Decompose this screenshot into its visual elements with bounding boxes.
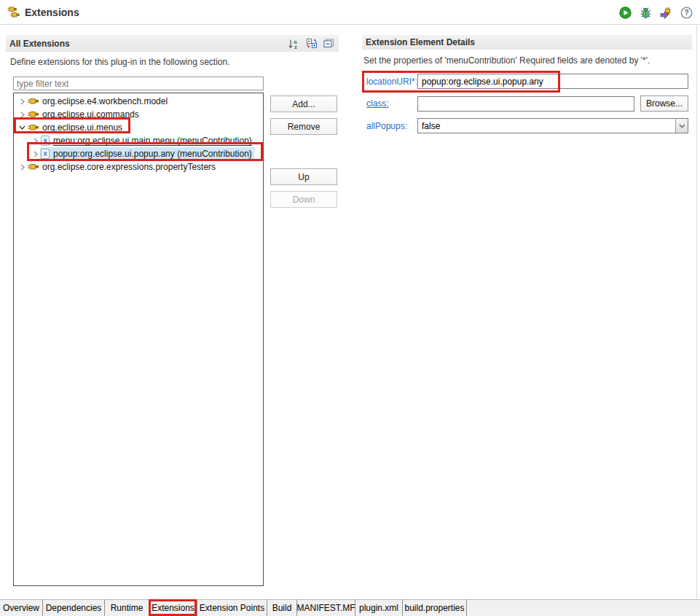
tree-row-popup-any-contribution[interactable]: X popup:org.eclipse.ui.popup.any (menuCo… — [14, 147, 263, 160]
allpopups-label: allPopups: — [366, 121, 417, 131]
help-icon[interactable]: ? — [680, 7, 693, 19]
tab-dependencies[interactable]: Dependencies — [43, 600, 105, 616]
details-header: Extension Element Details — [362, 35, 692, 50]
debug-icon[interactable] — [640, 7, 652, 19]
chevron-down-icon[interactable] — [17, 125, 27, 130]
filter-input[interactable] — [13, 77, 264, 90]
xml-element-icon: X — [41, 149, 50, 159]
all-extensions-description: Define extensions for this plug-in in th… — [10, 57, 339, 67]
expand-collapse-icon[interactable] — [305, 37, 318, 50]
tree-label: popup:org.eclipse.ui.popup.any (menuCont… — [53, 149, 252, 159]
svg-text:z: z — [294, 44, 297, 50]
tab-extension-points[interactable]: Extension Points — [197, 600, 267, 616]
tab-manifest-mf[interactable]: MANIFEST.MF — [297, 600, 355, 616]
panel-right-edge — [696, 26, 697, 599]
tree-row-property-testers[interactable]: org.eclipse.core.expressions.propertyTes… — [14, 160, 263, 174]
chevron-right-icon[interactable] — [31, 138, 40, 144]
svg-text:X: X — [43, 137, 47, 144]
all-extensions-toolbar: a z — [288, 37, 335, 50]
all-extensions-header: All Extensions a z — [6, 35, 339, 52]
header-toolbar: ? — [619, 0, 693, 25]
tab-runtime[interactable]: Runtime — [105, 600, 149, 616]
editor-tab-bar: Overview Dependencies Runtime Extensions… — [0, 599, 700, 616]
chevron-right-icon[interactable] — [17, 164, 27, 171]
tab-build[interactable]: Build — [267, 600, 297, 616]
chevron-right-icon[interactable] — [17, 98, 27, 105]
details-description: Set the properties of 'menuContribution'… — [363, 55, 692, 66]
down-button[interactable]: Down — [270, 191, 337, 208]
class-label-link[interactable]: class: — [366, 98, 417, 109]
all-extensions-section: All Extensions a z — [6, 35, 339, 586]
locationuri-input[interactable] — [417, 74, 688, 89]
chevron-right-icon[interactable] — [17, 112, 27, 118]
extension-point-icon — [28, 98, 39, 105]
sort-icon[interactable]: a z — [288, 37, 300, 50]
allpopups-row: allPopups: false — [362, 118, 692, 133]
tree-label: org.eclipse.ui.menus — [42, 122, 122, 133]
details-title: Extension Element Details — [366, 37, 475, 47]
tree-row-main-menu-contribution[interactable]: X menu:org.eclipse.ui.main.menu (menuCon… — [14, 134, 263, 147]
extensions-tree: org.eclipse.e4.workbench.model org.eclip… — [13, 93, 264, 586]
tree-row-ui-commands[interactable]: org.eclipse.ui.commands — [14, 108, 263, 121]
extension-point-icon — [28, 163, 39, 171]
svg-text:?: ? — [684, 9, 688, 17]
tab-overview[interactable]: Overview — [0, 600, 43, 616]
extensions-title-icon — [7, 6, 20, 18]
up-button[interactable]: Up — [270, 168, 337, 185]
tab-extensions[interactable]: Extensions — [149, 600, 197, 616]
tree-row-e4-workbench-model[interactable]: org.eclipse.e4.workbench.model — [14, 95, 263, 108]
tree-label: menu:org.eclipse.ui.main.menu (menuContr… — [53, 136, 252, 146]
tree-label: org.eclipse.e4.workbench.model — [42, 96, 168, 106]
browse-button[interactable]: Browse... — [640, 95, 688, 112]
extension-point-icon — [28, 111, 39, 118]
page-title: Extensions — [25, 7, 79, 18]
run-icon[interactable] — [619, 7, 632, 19]
editor-header: Extensions — [0, 0, 700, 25]
tab-plugin-xml[interactable]: plugin.xml — [355, 600, 403, 616]
allpopups-dropdown[interactable]: false — [417, 118, 688, 133]
tree-label: org.eclipse.ui.commands — [42, 109, 139, 120]
collapse-section-icon[interactable] — [323, 37, 335, 50]
chevron-down-icon[interactable] — [675, 119, 688, 133]
tree-label: org.eclipse.core.expressions.propertyTes… — [42, 162, 216, 172]
tree-buttons: Add... Remove Up Down — [270, 77, 337, 586]
extension-point-icon — [28, 124, 39, 131]
remove-button[interactable]: Remove — [270, 118, 337, 135]
locationuri-label: locationURI*: — [366, 77, 417, 87]
class-row: class: Browse... — [362, 95, 692, 112]
class-input[interactable] — [417, 96, 634, 112]
svg-text:X: X — [43, 150, 47, 157]
add-button[interactable]: Add... — [270, 95, 337, 112]
allpopups-value: false — [418, 121, 440, 131]
export-plugin-icon[interactable] — [660, 7, 672, 19]
tab-build-properties[interactable]: build.properties — [403, 600, 467, 616]
all-extensions-title: All Extensions — [9, 39, 70, 49]
extension-element-details-section: Extension Element Details Set the proper… — [362, 35, 692, 140]
xml-element-icon: X — [41, 136, 50, 146]
chevron-right-icon[interactable] — [31, 151, 40, 157]
tree-row-ui-menus[interactable]: org.eclipse.ui.menus — [14, 121, 263, 134]
locationuri-row: locationURI*: — [362, 74, 692, 89]
